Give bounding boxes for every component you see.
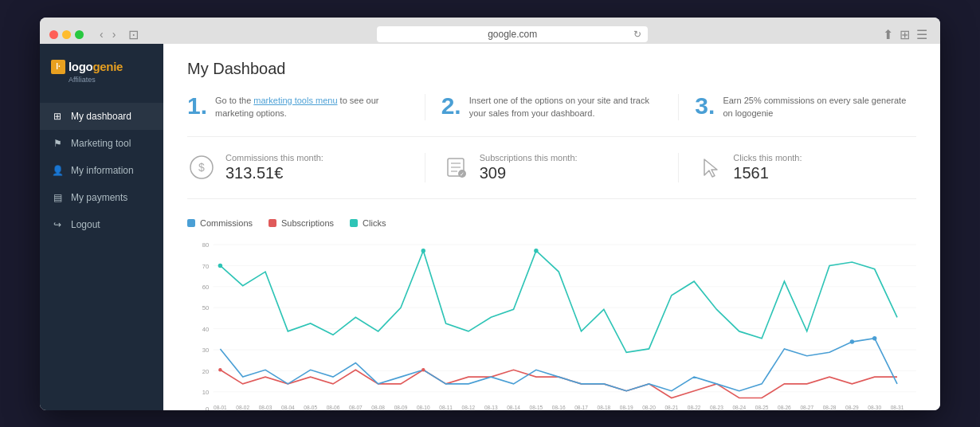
sidebar-item-my-dashboard[interactable]: ⊞ My dashboard (40, 103, 163, 130)
clicks-line (220, 250, 897, 352)
stats-section: $ Commissions this month: 313.51€ (187, 153, 916, 199)
sidebar-item-logout[interactable]: ↪ Logout (40, 211, 163, 238)
svg-text:$: $ (198, 161, 205, 174)
legend-label-clicks: Clicks (363, 218, 386, 228)
payments-icon: ▤ (51, 191, 64, 204)
marketing-tools-link[interactable]: marketing tools menu (253, 96, 337, 105)
url-text: google.com (488, 29, 537, 40)
sidebar-item-marketing-tool[interactable]: ⚑ Marketing tool (40, 130, 163, 157)
legend-commissions: Commissions (187, 218, 253, 228)
steps-section: 1. Go to the marketing tools menu to see… (187, 94, 916, 137)
address-bar-container: google.com ↻ (148, 26, 876, 42)
svg-text:08-10: 08-10 (417, 404, 430, 409)
chart-legend: Commissions Subscriptions Clicks (187, 218, 916, 228)
svg-text:08-07: 08-07 (349, 404, 363, 409)
svg-text:30: 30 (202, 347, 209, 354)
svg-text:40: 40 (202, 325, 209, 332)
dot (850, 339, 854, 344)
sidebar: l· logogenie Affiliates ⊞ My dashboard ⚑… (40, 44, 163, 410)
stat-divider-2 (678, 153, 679, 182)
sidebar-item-label: Logout (71, 219, 100, 230)
share-button[interactable]: ⬆ (883, 27, 893, 42)
svg-text:08-04: 08-04 (281, 404, 295, 409)
logo-brand: l· logogenie (51, 60, 123, 74)
new-tab-button[interactable]: ⊞ (900, 27, 910, 42)
svg-text:08-03: 08-03 (259, 404, 272, 409)
stat-divider-1 (425, 153, 425, 182)
step-2: 2. Insert one of the options on your sit… (441, 94, 663, 120)
forward-button[interactable]: › (109, 26, 120, 42)
browser-body: l· logogenie Affiliates ⊞ My dashboard ⚑… (40, 44, 940, 410)
svg-text:✓: ✓ (460, 171, 465, 177)
main-content: My Dashboad 1. Go to the marketing tools… (163, 44, 940, 410)
clicks-icon (695, 153, 723, 182)
svg-text:08-01: 08-01 (214, 404, 227, 409)
svg-text:08-22: 08-22 (688, 404, 701, 409)
svg-text:08-05: 08-05 (304, 404, 317, 409)
step-1: 1. Go to the marketing tools menu to see… (187, 94, 409, 120)
legend-dot-subscriptions (269, 219, 276, 227)
view-button[interactable]: ⊡ (125, 25, 142, 44)
svg-text:50: 50 (202, 304, 209, 311)
sidebar-item-my-information[interactable]: 👤 My information (40, 157, 163, 184)
legend-label-commissions: Commissions (200, 218, 253, 228)
svg-text:80: 80 (202, 241, 209, 249)
svg-text:08-13: 08-13 (484, 404, 498, 409)
logo-icon: l· (51, 60, 65, 74)
svg-text:08-18: 08-18 (598, 404, 611, 409)
dot (421, 368, 425, 371)
svg-text:08-19: 08-19 (620, 404, 633, 409)
nav-arrows: ‹ › (96, 26, 119, 42)
step-2-text: Insert one of the options on your site a… (469, 94, 663, 120)
subscriptions-info: Subscriptions this month: 309 (480, 153, 578, 182)
svg-text:08-26: 08-26 (778, 404, 791, 409)
step-2-number: 2. (441, 94, 461, 118)
address-bar[interactable]: google.com ↻ (377, 26, 648, 42)
line-chart: 80 70 60 50 40 30 20 10 0 (187, 236, 916, 410)
dot (534, 248, 538, 253)
traffic-light-green[interactable] (75, 30, 84, 39)
commissions-info: Commissions this month: 313.51€ (225, 153, 323, 182)
logo-text: logogenie (69, 60, 123, 73)
clicks-info: Clicks this month: 1561 (733, 153, 802, 182)
step-3-number: 3. (695, 94, 715, 118)
sidebar-item-label: My dashboard (71, 111, 131, 122)
svg-text:08-31: 08-31 (891, 404, 904, 409)
svg-text:0: 0 (206, 405, 209, 409)
back-button[interactable]: ‹ (96, 26, 107, 42)
logo-subtitle: Affiliates (69, 76, 96, 84)
step-1-text: Go to the marketing tools menu to see ou… (215, 94, 409, 120)
legend-subscriptions: Subscriptions (269, 218, 334, 228)
dot (421, 248, 425, 253)
legend-label-subscriptions: Subscriptions (281, 218, 334, 228)
svg-text:08-06: 08-06 (327, 404, 340, 409)
sidebar-item-my-payments[interactable]: ▤ My payments (40, 184, 163, 211)
browser-actions: ⬆ ⊞ ☰ (883, 27, 927, 42)
legend-clicks: Clicks (350, 218, 386, 228)
svg-text:08-30: 08-30 (868, 404, 881, 409)
logout-icon: ↪ (51, 218, 64, 231)
stat-clicks: Clicks this month: 1561 (695, 153, 916, 182)
svg-text:08-29: 08-29 (845, 404, 859, 409)
stat-subscriptions: ✓ Subscriptions this month: 309 (441, 153, 663, 182)
browser-window: ‹ › ⊡ google.com ↻ ⬆ ⊞ ☰ l· logogenie Af… (40, 18, 940, 410)
subscriptions-line (220, 370, 897, 398)
svg-text:08-14: 08-14 (507, 404, 520, 409)
marketing-icon: ⚑ (51, 137, 64, 150)
dot (218, 263, 222, 268)
svg-text:08-08: 08-08 (371, 404, 385, 409)
step-divider-2 (678, 94, 679, 120)
svg-text:08-21: 08-21 (664, 404, 678, 409)
user-icon: 👤 (51, 164, 64, 177)
sidebar-toggle-button[interactable]: ☰ (916, 27, 927, 42)
svg-text:20: 20 (202, 367, 209, 374)
logo-area: l· logogenie Affiliates (40, 53, 163, 96)
legend-dot-clicks (350, 219, 358, 227)
step-1-number: 1. (187, 94, 207, 118)
sidebar-item-label: My payments (71, 192, 127, 203)
commissions-value: 313.51€ (225, 164, 323, 182)
traffic-light-yellow[interactable] (62, 30, 71, 39)
traffic-light-red[interactable] (49, 30, 58, 39)
svg-text:08-15: 08-15 (530, 404, 543, 409)
step-3: 3. Earn 25% commissions on every sale ge… (695, 94, 916, 120)
